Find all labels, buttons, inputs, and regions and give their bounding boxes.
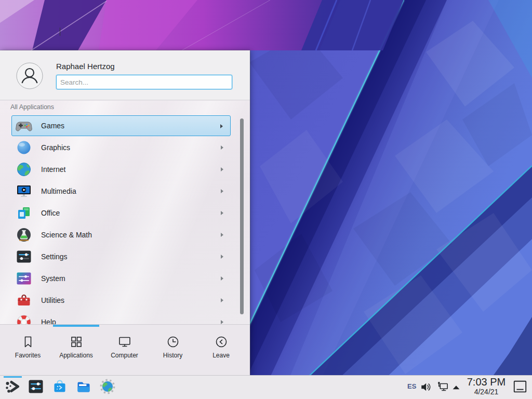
- category-row-office[interactable]: Office: [11, 203, 231, 223]
- tab-favorites[interactable]: Favorites: [4, 327, 52, 375]
- category-label: Games: [41, 122, 64, 130]
- tab-label: History: [149, 352, 197, 359]
- keyboard-layout-indicator[interactable]: ES: [407, 382, 416, 390]
- user-name: Raphael Hertzog: [56, 62, 115, 71]
- flask-icon: [16, 227, 32, 243]
- application-launcher-popup: Raphael Hertzog All Applications Games: [0, 50, 250, 375]
- sliders-gradient-icon: [16, 270, 32, 287]
- submenu-arrow-icon: [221, 145, 223, 150]
- category-label: Office: [41, 209, 60, 217]
- tab-history[interactable]: History: [149, 327, 197, 375]
- clock-date: 4/24/21: [464, 388, 509, 395]
- active-task-indicator: [4, 376, 22, 378]
- volume-icon[interactable]: [420, 380, 433, 394]
- launcher-tabbar: Favorites Applications Computer: [0, 327, 250, 375]
- section-label: All Applications: [10, 103, 54, 111]
- system-settings-icon[interactable]: [28, 378, 44, 395]
- category-label: System: [41, 274, 65, 283]
- category-label: Internet: [41, 165, 65, 174]
- category-row-internet[interactable]: Internet: [11, 159, 231, 180]
- list-scrollbar[interactable]: [240, 118, 244, 314]
- monitor-play-icon: [16, 183, 32, 200]
- submenu-arrow-icon: [221, 167, 223, 171]
- user-avatar[interactable]: [16, 62, 43, 89]
- submenu-arrow-icon: [221, 255, 223, 259]
- discover-icon[interactable]: [51, 378, 68, 395]
- category-label: Graphics: [41, 143, 70, 152]
- submenu-arrow-icon: [220, 124, 223, 128]
- tab-label: Computer: [100, 352, 149, 359]
- expand-tray-caret-icon[interactable]: [451, 382, 461, 393]
- category-row-graphics[interactable]: Graphics: [11, 137, 231, 158]
- category-row-multimedia[interactable]: Multimedia: [11, 181, 231, 202]
- globe-icon: [16, 161, 32, 178]
- tab-applications[interactable]: Applications: [52, 327, 100, 375]
- submenu-arrow-icon: [221, 211, 223, 215]
- category-label: Multimedia: [41, 187, 76, 195]
- category-row-science-math[interactable]: Science & Math: [11, 224, 231, 245]
- category-row-settings[interactable]: Settings: [11, 246, 231, 267]
- leave-icon: [215, 335, 228, 349]
- submenu-arrow-icon: [221, 320, 223, 324]
- text-caret: [60, 28, 60, 36]
- tab-label: Applications: [52, 352, 100, 359]
- category-label: Science & Math: [41, 231, 92, 239]
- tab-computer[interactable]: Computer: [100, 327, 149, 375]
- gamepad-icon: [16, 117, 32, 134]
- documents-icon: [16, 205, 32, 221]
- category-list: Games Graphics: [0, 115, 250, 324]
- category-row-system[interactable]: System: [11, 268, 231, 289]
- digital-clock[interactable]: 7:03 PM 4/24/21: [464, 377, 509, 395]
- category-label: Settings: [41, 252, 68, 261]
- clock-time: 7:03 PM: [464, 377, 509, 387]
- web-browser-icon[interactable]: [99, 378, 116, 395]
- grid-icon: [70, 335, 83, 349]
- bookmark-icon: [21, 335, 35, 349]
- separator: [0, 324, 250, 325]
- submenu-arrow-icon: [221, 276, 223, 281]
- submenu-arrow-icon: [221, 189, 223, 193]
- history-icon: [166, 335, 180, 349]
- category-label: Help: [41, 318, 56, 324]
- launcher-category-panel: All Applications Games: [0, 101, 250, 324]
- submenu-arrow-icon: [221, 298, 223, 302]
- show-desktop-button[interactable]: [512, 379, 528, 394]
- category-row-games[interactable]: Games: [11, 115, 231, 136]
- dolphin-file-manager-icon[interactable]: [75, 378, 92, 395]
- category-row-help[interactable]: Help: [11, 312, 231, 324]
- category-row-utilities[interactable]: Utilities: [11, 290, 231, 311]
- lifebuoy-icon: [16, 314, 32, 324]
- kde-kickoff-icon[interactable]: [4, 378, 21, 395]
- tab-label: Favorites: [4, 352, 52, 359]
- network-icon[interactable]: [436, 380, 450, 394]
- tab-leave[interactable]: Leave: [197, 327, 245, 375]
- submenu-arrow-icon: [221, 233, 223, 237]
- computer-icon: [118, 335, 131, 349]
- category-label: Utilities: [41, 296, 64, 304]
- sphere-icon: [16, 139, 32, 156]
- toolbox-icon: [16, 292, 32, 309]
- tab-label: Leave: [197, 352, 245, 359]
- search-input[interactable]: [56, 75, 232, 89]
- sliders-dark-icon: [16, 248, 32, 265]
- launcher-header: Raphael Hertzog: [0, 50, 250, 100]
